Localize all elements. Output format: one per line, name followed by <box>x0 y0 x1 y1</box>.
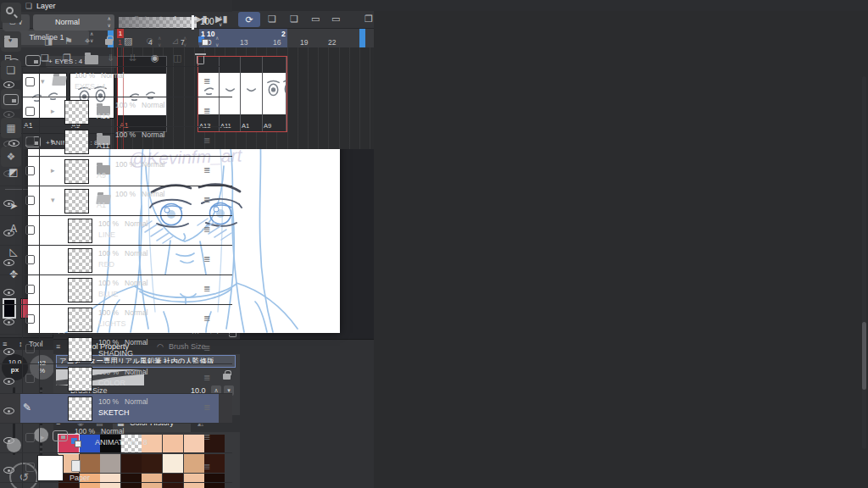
expand-chevron-icon[interactable]: ▸ <box>51 107 55 115</box>
drag-grip-icon[interactable]: ≣ <box>203 165 210 175</box>
loop-play-button[interactable]: ⟳ <box>238 12 260 27</box>
layer-name[interactable]: ANIMATION : 8 <box>95 438 147 446</box>
layer-visibility-toggle[interactable] <box>3 462 20 474</box>
layer-name[interactable]: A11 <box>97 141 109 150</box>
divide-frame-icon[interactable]: ◫ <box>173 53 181 64</box>
layer-checkbox[interactable] <box>25 433 35 442</box>
keep-position-icon[interactable]: ⌖ <box>85 36 90 47</box>
layer-name[interactable]: A9 <box>97 171 106 180</box>
layer-visibility-toggle[interactable] <box>3 254 20 266</box>
new-raster-layer-icon[interactable]: ❏ <box>41 53 49 64</box>
reference-layer-icon[interactable]: ⚑ <box>64 36 73 47</box>
drag-grip-icon[interactable]: ≣ <box>203 402 210 412</box>
layer-thumbnail[interactable] <box>64 189 89 214</box>
drag-grip-icon[interactable]: ≣ <box>203 343 210 352</box>
expand-chevron-icon[interactable]: ▸ <box>51 166 55 175</box>
opacity-slider[interactable] <box>119 17 197 28</box>
layer-checkbox[interactable] <box>25 314 35 324</box>
layer-checkbox[interactable] <box>25 77 35 86</box>
delete-layer-icon[interactable] <box>197 56 204 64</box>
layer-thumbnail[interactable] <box>68 396 92 421</box>
layer-thumbnail[interactable] <box>64 130 89 154</box>
layer-name[interactable]: BLUE <box>98 290 119 298</box>
layer-scrollbar[interactable] <box>862 76 866 449</box>
layer-property-tab[interactable]: ❖ <box>1 147 21 167</box>
expand-chevron-icon[interactable]: ▸ <box>41 433 45 441</box>
onion-skin-settings-icon[interactable]: ▭ <box>331 14 340 25</box>
opacity-slider-handle[interactable] <box>192 15 194 30</box>
layer-name[interactable]: RED <box>98 260 114 269</box>
layer-checkbox[interactable] <box>25 344 35 353</box>
layer-visibility-toggle[interactable] <box>3 165 20 177</box>
layer-checkbox[interactable] <box>25 285 35 294</box>
drag-grip-icon[interactable]: ≣ <box>203 195 210 204</box>
draft-layer-icon[interactable]: ⊿ <box>171 36 179 47</box>
opacity-spinner[interactable]: ∧∨ <box>219 14 222 28</box>
timeline-tab-strip[interactable]: ▦ <box>1 118 21 138</box>
drag-grip-icon[interactable]: ≣ <box>203 225 210 234</box>
layer-row-blue[interactable]: 100 %NormalBLUE≣ <box>0 275 232 305</box>
layer-row-animation-8[interactable]: ▸100 %NormalANIMATION : 8≣ <box>0 424 232 453</box>
layer-row-sketch[interactable]: ✎100 %NormalSKETCH≣ <box>0 394 232 424</box>
layer-name[interactable]: A13 <box>97 112 110 120</box>
layer-name[interactable]: A1 <box>97 201 106 209</box>
expand-chevron-icon[interactable]: ▸ <box>51 136 55 145</box>
drag-grip-icon[interactable]: ≣ <box>203 313 210 323</box>
new-folder-icon[interactable] <box>85 55 98 64</box>
layer-thumbnail[interactable] <box>64 100 89 125</box>
material-tab[interactable]: ♥ <box>1 31 21 52</box>
layer-visibility-toggle[interactable] <box>3 195 20 207</box>
lock-transparent-icon[interactable]: ▨ <box>124 36 132 47</box>
drag-grip-icon[interactable]: ≣ <box>203 284 210 293</box>
layer-mask-icon[interactable]: ◉ <box>151 53 159 64</box>
layer-row-paper[interactable]: Paper≣ <box>0 453 232 483</box>
layer-visibility-toggle[interactable] <box>3 373 20 385</box>
expand-chevron-icon[interactable]: ▾ <box>51 196 55 204</box>
merge-layer-icon[interactable]: ⇊ <box>129 53 136 64</box>
new-cel-icon[interactable]: ❏ <box>268 14 276 25</box>
expand-chevron-icon[interactable]: ▾ <box>41 77 45 86</box>
drag-grip-icon[interactable]: ≣ <box>203 106 210 115</box>
layer-row-a11[interactable]: ▸100 %NormalA11≣ <box>0 127 232 157</box>
layer-tab[interactable]: ❏ <box>1 60 21 80</box>
layer-thumbnail[interactable] <box>37 455 64 481</box>
layer-checkbox[interactable] <box>25 136 35 146</box>
layer-name[interactable]: Paper <box>70 474 90 482</box>
layer-visibility-toggle[interactable] <box>3 225 20 236</box>
layer-row-shading[interactable]: 100 %NormalSHADING≣ <box>0 335 232 364</box>
new-layer-settings-icon[interactable]: ❐ <box>63 53 71 64</box>
layer-checkbox[interactable] <box>25 374 35 383</box>
drag-grip-icon[interactable]: ≣ <box>203 254 210 263</box>
layer-name[interactable]: EYES : 4 <box>75 82 106 91</box>
layer-thumbnail[interactable] <box>68 367 92 391</box>
drag-grip-icon[interactable]: ≣ <box>203 432 210 441</box>
layer-scrollbar-handle[interactable] <box>862 322 866 390</box>
layer-row-red[interactable]: 100 %NormalRED≣ <box>0 246 232 275</box>
layer-checkbox[interactable] <box>25 196 35 205</box>
layer-color-icon[interactable] <box>198 36 209 46</box>
layer-name[interactable]: LINE <box>98 230 115 239</box>
layer-visibility-toggle[interactable] <box>3 313 20 325</box>
layer-thumbnail[interactable] <box>68 337 92 362</box>
opacity-value[interactable]: 100 <box>200 17 214 26</box>
layer-thumbnail[interactable] <box>68 278 92 302</box>
layer-visibility-toggle[interactable] <box>3 343 20 355</box>
layer-row-color[interactable]: 100 %NormalCOLOR≣ <box>0 364 232 394</box>
drag-grip-icon[interactable]: ≣ <box>203 462 210 471</box>
layer-name[interactable]: SHADING <box>98 349 133 358</box>
group-cel-a9[interactable]: A9 <box>263 57 287 131</box>
layer-row-a13[interactable]: ▸100 %NormalA13≣ <box>0 97 232 127</box>
layer-thumbnail[interactable] <box>64 159 89 184</box>
layer-name[interactable]: SKETCH <box>98 408 130 417</box>
layer-thumbnail[interactable] <box>68 248 92 273</box>
layer-name[interactable]: COLOR <box>98 379 125 387</box>
layer-visibility-toggle[interactable] <box>3 432 20 444</box>
layer-row-a9[interactable]: ▸100 %NormalA9≣ <box>0 157 232 186</box>
selection-source-icon[interactable]: ⊙ <box>146 36 153 47</box>
transfer-layer-icon[interactable]: ⇓ <box>107 53 114 64</box>
layer-thumbnail[interactable] <box>68 219 92 243</box>
specify-cel-icon[interactable]: ❏ <box>290 14 298 25</box>
blend-mode-select[interactable]: Normal ∧∨ <box>33 14 114 30</box>
onion-skin-icon[interactable]: ▭ <box>311 14 320 25</box>
layer-checkbox[interactable] <box>25 463 35 472</box>
